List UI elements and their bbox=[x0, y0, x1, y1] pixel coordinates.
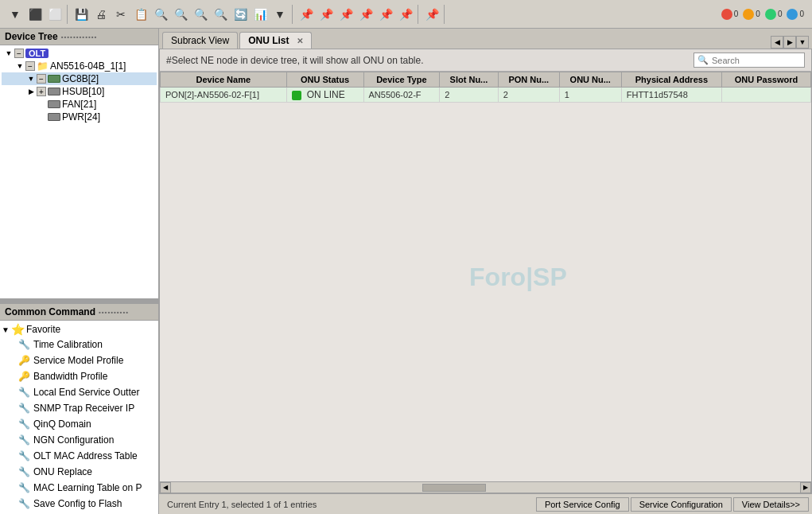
cmd-label-1: Service Model Profile bbox=[33, 355, 123, 366]
tree-item-gc8b[interactable]: ▼ − GC8B[2] bbox=[2, 72, 157, 85]
plus-icon-hsub: + bbox=[37, 87, 46, 96]
wrench-icon-learning: 🔧 bbox=[17, 481, 30, 494]
status-buttons: Port Service Config Service Configuratio… bbox=[536, 497, 812, 512]
common-command-header: Common Command •••••••••• bbox=[0, 304, 158, 321]
search-box[interactable]: 🔍 bbox=[694, 53, 805, 68]
watermark: Foro|SP bbox=[469, 262, 567, 291]
cmd-label-4: SNMP Trap Receiver IP bbox=[33, 403, 134, 414]
table-row[interactable]: PON[2]-AN5506-02-F[1] ON LINE AN5506-02-… bbox=[161, 88, 811, 103]
cmd-local-end-service[interactable]: 🔧 Local End Service Outter bbox=[2, 384, 157, 400]
search-input[interactable] bbox=[712, 56, 799, 65]
tl-yellow-group: 0 bbox=[743, 9, 760, 20]
toolbar-refresh-btn[interactable]: 🔄 bbox=[231, 5, 250, 24]
cmd-label-10: Save Config to Flash bbox=[33, 498, 122, 509]
tab-bar: Subrack View ONU List ✕ ◀ ▶ ▼ bbox=[159, 29, 812, 49]
service-configuration-button[interactable]: Service Configuration bbox=[631, 497, 732, 512]
toolbar-open-btn[interactable]: ⬜ bbox=[45, 5, 64, 24]
toolbar-more-btn[interactable]: ▼ bbox=[270, 5, 289, 24]
tab-onu-list[interactable]: ONU List ✕ bbox=[239, 32, 311, 49]
toolbar-pin4-btn[interactable]: 📌 bbox=[356, 5, 375, 24]
cmd-onu-replace[interactable]: 🔧 ONU Replace bbox=[2, 464, 157, 480]
key-icon-service: 🔑 bbox=[17, 354, 30, 367]
col-device-type: Device Type bbox=[363, 72, 440, 88]
horizontal-scrollbar[interactable]: ◀ ▶ bbox=[160, 481, 811, 493]
toolbar-pin1-btn[interactable]: 📌 bbox=[297, 5, 316, 24]
toolbar-pin5-btn[interactable]: 📌 bbox=[376, 5, 395, 24]
cell-pon-num: 2 bbox=[498, 88, 559, 103]
col-onu-password: ONU Password bbox=[722, 72, 811, 88]
tab-nav-menu[interactable]: ▼ bbox=[796, 36, 809, 49]
device-tree-header: Device Tree •••••••••••• bbox=[0, 29, 158, 45]
scroll-track[interactable] bbox=[171, 484, 800, 492]
cmd-service-model-profile[interactable]: 🔑 Service Model Profile bbox=[2, 352, 157, 368]
port-service-config-button[interactable]: Port Service Config bbox=[536, 497, 629, 512]
status-text: Current Entry 1, selected 1 of 1 entries bbox=[159, 500, 536, 509]
toolbar-search3-btn[interactable]: 🔍 bbox=[191, 5, 210, 24]
tree-item-hsub[interactable]: ▶ + HSUB[10] bbox=[2, 85, 157, 98]
toolbar-copy-btn[interactable]: 📋 bbox=[131, 5, 150, 24]
tab-nav-next[interactable]: ▶ bbox=[783, 36, 796, 49]
tl-green-dot bbox=[765, 9, 776, 20]
toolbar-save-btn[interactable]: 💾 bbox=[72, 5, 91, 24]
toolbar-extra-btn[interactable]: 📌 bbox=[422, 5, 441, 24]
cmd-olt-mac[interactable]: 🔧 OLT MAC Address Table bbox=[2, 448, 157, 464]
cmd-snmp-trap[interactable]: 🔧 SNMP Trap Receiver IP bbox=[2, 400, 157, 416]
cmd-time-calibration[interactable]: 🔧 Time Calibration bbox=[2, 337, 157, 352]
toolbar-pin3-btn[interactable]: 📌 bbox=[336, 5, 355, 24]
tl-yellow-dot bbox=[743, 9, 754, 20]
toolbar-group-4: 📌 bbox=[420, 5, 445, 24]
pwr-label: PWR[24] bbox=[62, 111, 100, 123]
toolbar-dropdown-btn[interactable]: ▼ bbox=[6, 5, 25, 24]
cmd-label-8: ONU Replace bbox=[33, 466, 92, 477]
scroll-right-btn[interactable]: ▶ bbox=[800, 482, 811, 493]
toolbar-search4-btn[interactable]: 🔍 bbox=[211, 5, 230, 24]
tab-subrack-view[interactable]: Subrack View bbox=[162, 32, 238, 49]
toolbar-group-1: ▼ ⬛ ⬜ bbox=[3, 5, 68, 24]
toolbar-search1-btn[interactable]: 🔍 bbox=[151, 5, 170, 24]
cmd-ngn-config[interactable]: 🔧 NGN Configuration bbox=[2, 432, 157, 448]
cmd-mac-learning[interactable]: 🔧 MAC Learning Table on P bbox=[2, 480, 157, 496]
toolbar-print-btn[interactable]: 🖨 bbox=[91, 5, 111, 24]
info-bar: #Select NE node in device tree, it will … bbox=[160, 49, 811, 72]
toolbar-cut-btn[interactable]: ✂ bbox=[111, 5, 130, 24]
cmd-bandwidth-profile[interactable]: 🔑 Bandwidth Profile bbox=[2, 368, 157, 384]
pwr-device-icon bbox=[48, 113, 60, 121]
col-device-name: Device Name bbox=[161, 72, 287, 88]
col-onu-num: ONU Nu... bbox=[559, 72, 621, 88]
tree-item-an5516[interactable]: ▼ − 📁 AN5516-04B_1[1] bbox=[2, 60, 157, 72]
toolbar-group-3: 📌 📌 📌 📌 📌 📌 bbox=[294, 5, 418, 24]
tree-item-fan[interactable]: ▶ FAN[21] bbox=[2, 98, 157, 111]
toolbar-pin2-btn[interactable]: 📌 bbox=[317, 5, 336, 24]
tree-item-olt[interactable]: ▼ − OLT bbox=[2, 47, 157, 60]
cmd-save-config[interactable]: 🔧 Save Config to Flash bbox=[2, 496, 157, 512]
device-tree: ▼ − OLT ▼ − 📁 AN5516-04B_1[1] ▼ − GC8B[2… bbox=[0, 45, 158, 298]
tl-blue-label: 0 bbox=[799, 10, 804, 18]
pipe-icon-local: 🔧 bbox=[17, 386, 30, 399]
toolbar-group-2: 💾 🖨 ✂ 📋 🔍 🔍 🔍 🔍 🔄 📊 ▼ bbox=[69, 5, 293, 24]
tab-nav-prev[interactable]: ◀ bbox=[771, 36, 783, 49]
tl-yellow-label: 0 bbox=[756, 10, 760, 18]
tl-red-dot bbox=[721, 9, 732, 20]
cmd-qinq-domain[interactable]: 🔧 QinQ Domain bbox=[2, 416, 157, 432]
scroll-thumb[interactable] bbox=[422, 484, 486, 492]
expand-icon-hsub: ▶ bbox=[25, 86, 37, 97]
table-container: Foro|SP Device Name ONU Status Device Ty… bbox=[160, 72, 811, 481]
scroll-left-btn[interactable]: ◀ bbox=[160, 482, 171, 493]
cmd-label-2: Bandwidth Profile bbox=[33, 371, 107, 382]
toolbar-pin6-btn[interactable]: 📌 bbox=[396, 5, 415, 24]
favorite-item[interactable]: ▼ ⭐ Favorite bbox=[2, 322, 157, 337]
cmd-label-7: OLT MAC Address Table bbox=[33, 450, 138, 461]
cell-device-type: AN5506-02-F bbox=[363, 88, 440, 103]
toolbar-search2-btn[interactable]: 🔍 bbox=[171, 5, 190, 24]
toolbar-chart-btn[interactable]: 📊 bbox=[251, 5, 270, 24]
tl-blue-group: 0 bbox=[787, 9, 804, 20]
expand-icon-favorite: ▼ bbox=[2, 325, 10, 334]
cmd-label-0: Time Calibration bbox=[33, 339, 103, 350]
toolbar-new-btn[interactable]: ⬛ bbox=[25, 5, 45, 24]
view-details-button[interactable]: View Details>> bbox=[733, 497, 809, 512]
hsub-label: HSUB[10] bbox=[62, 86, 104, 97]
olt-label: OLT bbox=[25, 49, 49, 58]
tab-onu-close[interactable]: ✕ bbox=[297, 37, 303, 45]
tree-item-pwr[interactable]: ▶ PWR[24] bbox=[2, 111, 157, 123]
favorite-label: Favorite bbox=[26, 324, 60, 335]
